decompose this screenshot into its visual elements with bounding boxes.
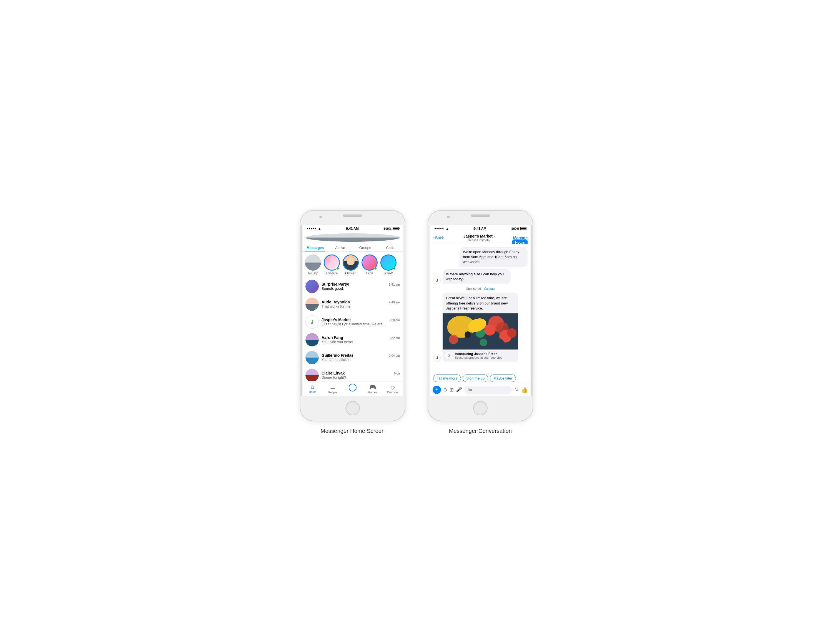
quick-replies: Tell me more Sign me up Maybe later [430,373,530,384]
signal-area: ●●●●● ▲ [307,227,321,230]
list-item[interactable]: Surprise Party! 9:41 am Sounds good. [303,277,403,295]
jasper-name-row: Jasper's Market 9:38 am [322,317,400,322]
jasper-conv-avatar-2: J [433,354,441,362]
jasper-avatar: J [306,316,319,328]
home-icon: ⌂ [311,384,314,390]
manage-sponsored-link[interactable]: Manage [483,287,495,290]
phone2-label: Messenger Conversation [449,428,512,434]
user-avatar[interactable] [306,233,400,242]
list-item[interactable]: Aude Reynolds 9:40 am That works for me [303,295,403,313]
story-christian[interactable]: Christian [343,254,359,275]
guillermo-content: Guillermo Freitas 9:04 am You sent a sti… [322,353,400,362]
list-item[interactable]: Claire Litvak Mon Dinner tonight? [303,367,403,381]
svg-point-5 [484,324,495,336]
loredana-name: Loredana [326,272,338,275]
phone1-bottom-bar [301,396,405,421]
ad-card-footer: J Introducing Jasper's Fresh Seasonal pr… [442,349,518,362]
jasper-conv-avatar: J [433,277,441,284]
henri-online-dot [374,267,377,270]
sign-me-up-button[interactable]: Sign me up [463,375,488,382]
add-icon: + [436,387,439,393]
emoji-icon[interactable]: ☺ [514,387,519,393]
henri-name: Henri [366,272,373,275]
surprise-preview: Sounds good. [322,287,400,291]
signal-area-2: ●●●●● ▲ [434,227,449,230]
battery-fill-1 [393,227,398,230]
aaron-name: Aaron Fang [322,335,343,340]
battery-fill-2 [521,227,526,230]
phone2-screen: ●●●●● ▲ 9:41 AM 100% [430,225,530,396]
search-bar[interactable]: 🔍 Search [402,233,403,242]
nav-compose[interactable] [343,382,363,396]
nav-discover[interactable]: ◇ Discover [383,382,403,396]
jeanm-name: Jean-M [384,272,393,275]
phone2-speaker [471,214,490,217]
message-bubble: We're open Monday through Friday from 9a… [460,247,527,267]
list-item[interactable]: Aaron Fang 9:32 am You: See you there! [303,331,403,349]
list-item[interactable]: J Jasper's Market 9:38 am Great news! Fo… [303,313,403,331]
tab-groups[interactable]: Groups [353,243,378,251]
claire-avatar-img [306,369,319,381]
status-time-2: 9:41 AM [474,227,486,230]
phone1-home-button[interactable] [346,401,360,415]
message-list: Surprise Party! 9:41 am Sounds good. [303,277,403,381]
message-input[interactable]: Aa [464,386,512,394]
nav-home[interactable]: ⌂ Home [303,382,323,396]
christian-face-circle [347,258,355,265]
aaron-avatar-img [306,333,319,346]
battery-text-2: 100% [511,227,519,230]
battery-text-1: 100% [384,227,391,230]
ad-text: Great news! For a limited time, we are o… [442,293,518,313]
phones-row: ●●●●● ▲ 9:41 AM 100% [250,210,583,434]
back-button[interactable]: ‹ Back [433,235,444,240]
story-loredana[interactable]: Loredana [324,254,340,275]
phone1-top-bar [301,211,405,225]
people-label: People [328,391,337,394]
story-jeanm[interactable]: Jean-M [380,254,397,275]
status-bar-2: ●●●●● ▲ 9:41 AM 100% [430,225,530,232]
phone2-home-button[interactable] [473,401,487,415]
like-icon[interactable]: 👍 [521,386,528,393]
jeanm-online-dot [392,267,396,270]
ad-bubble: Great news! For a limited time, we are o… [442,293,518,362]
phone1-wrapper: ●●●●● ▲ 9:41 AM 100% [300,210,405,434]
messenger-header: 🔍 Search [303,232,403,243]
tell-me-more-button[interactable]: Tell me more [433,375,461,382]
svg-point-12 [449,335,458,344]
claire-time: Mon [394,372,400,375]
phone1: ●●●●● ▲ 9:41 AM 100% [300,210,405,421]
ad-card-subtitle: Seasonal produce at your doorstep [455,356,516,359]
stories-row: My Day Loredana [303,252,403,277]
phone1-screen: ●●●●● ▲ 9:41 AM 100% [303,225,403,396]
claire-content: Claire Litvak Mon Dinner tonight? [322,371,400,380]
back-label: Back [435,236,444,240]
sponsored-text: Sponsored · [466,287,483,290]
nav-games[interactable]: 🎮 Games [363,382,383,396]
add-button[interactable]: + [433,386,441,394]
maybe-later-button[interactable]: Maybe later [490,375,516,382]
discover-icon: ◇ [391,384,395,390]
battery-area-1: 100% [384,227,399,230]
jasper-name: Jasper's Market [322,317,351,322]
svg-point-14 [488,338,504,347]
bottom-nav: ⌂ Home ☰ People 🎮 Games [303,381,403,396]
camera-icon[interactable]: ⊙ [443,387,447,393]
story-my-day[interactable]: My Day [305,254,321,275]
aude-time: 9:40 am [389,301,400,304]
nav-people[interactable]: ☰ People [323,382,343,396]
phone1-camera [319,216,322,218]
claire-preview: Dinner tonight? [322,375,400,380]
tab-messages[interactable]: Messages [303,243,328,251]
tab-active[interactable]: Active [328,243,353,251]
guillermo-avatar [306,351,319,364]
story-henri[interactable]: Henri [362,254,378,275]
guillermo-avatar-img [306,351,319,364]
page-container: ●●●●● ▲ 9:41 AM 100% [250,210,583,434]
photo-icon[interactable]: ⊞ [450,387,454,393]
my-day-label: My Day [308,272,318,275]
guillermo-preview: You sent a sticker. [322,357,400,362]
mic-icon[interactable]: 🎤 [456,387,462,393]
tab-calls[interactable]: Calls [378,243,403,251]
sponsored-label: Sponsored · Manage [433,287,527,291]
list-item[interactable]: Guillermo Freitas 9:04 am You sent a sti… [303,349,403,367]
